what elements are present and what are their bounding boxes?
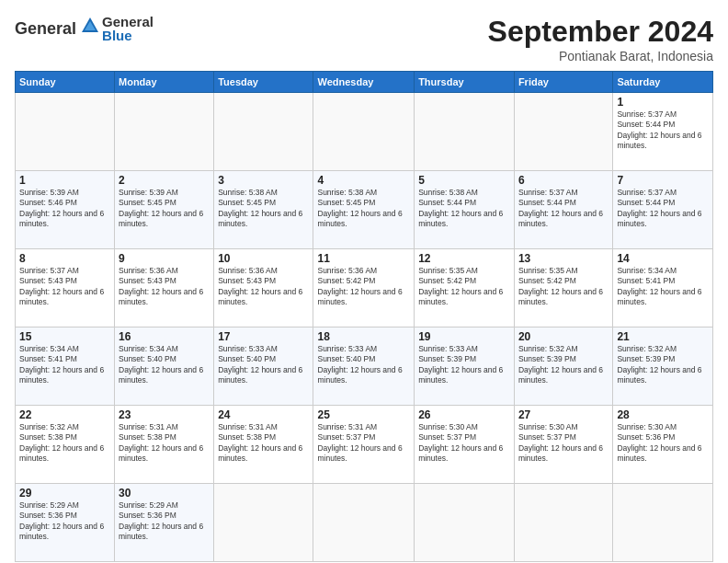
day-number: 11	[317, 252, 410, 265]
day-number: 19	[418, 330, 510, 343]
day-number: 14	[617, 252, 709, 265]
day-number: 13	[518, 252, 609, 265]
day-info: Sunrise: 5:35 AM Sunset: 5:42 PM Dayligh…	[518, 266, 609, 308]
weekday-tuesday: Tuesday	[214, 72, 313, 93]
weekday-monday: Monday	[115, 72, 214, 93]
logo: General General Blue	[15, 15, 154, 42]
day-number: 9	[119, 252, 210, 265]
day-info: Sunrise: 5:34 AM Sunset: 5:40 PM Dayligh…	[119, 344, 210, 386]
location-subtitle: Pontianak Barat, Indonesia	[488, 49, 713, 63]
calendar-cell	[613, 484, 713, 562]
week-row-4: 15 Sunrise: 5:34 AM Sunset: 5:41 PM Dayl…	[16, 327, 713, 406]
day-number: 30	[119, 487, 210, 500]
calendar-cell: 23 Sunrise: 5:31 AM Sunset: 5:38 PM Dayl…	[115, 406, 214, 484]
weekday-wednesday: Wednesday	[313, 72, 415, 93]
calendar-cell	[214, 484, 313, 562]
day-number: 26	[418, 408, 510, 421]
calendar-cell: 22 Sunrise: 5:32 AM Sunset: 5:38 PM Dayl…	[16, 406, 115, 484]
calendar-cell: 16 Sunrise: 5:34 AM Sunset: 5:40 PM Dayl…	[115, 327, 214, 406]
day-number: 28	[617, 408, 709, 421]
calendar-cell: 17 Sunrise: 5:33 AM Sunset: 5:40 PM Dayl…	[214, 327, 313, 406]
week-row-2: 1 Sunrise: 5:39 AM Sunset: 5:46 PM Dayli…	[16, 171, 713, 249]
day-info: Sunrise: 5:37 AM Sunset: 5:44 PM Dayligh…	[518, 188, 609, 230]
calendar-cell: 1 Sunrise: 5:37 AM Sunset: 5:44 PM Dayli…	[613, 93, 713, 171]
calendar-cell: 1 Sunrise: 5:39 AM Sunset: 5:46 PM Dayli…	[16, 171, 115, 249]
calendar-cell	[415, 93, 515, 171]
day-info: Sunrise: 5:37 AM Sunset: 5:43 PM Dayligh…	[19, 266, 110, 308]
logo-icon	[80, 16, 100, 41]
day-info: Sunrise: 5:38 AM Sunset: 5:44 PM Dayligh…	[418, 188, 510, 230]
calendar-cell	[16, 93, 115, 171]
calendar-page: General General Blue September 2024 Pont…	[0, 0, 728, 563]
calendar-cell	[514, 93, 612, 171]
calendar-table: SundayMondayTuesdayWednesdayThursdayFrid…	[15, 71, 713, 562]
day-number: 8	[19, 252, 110, 265]
day-number: 12	[418, 252, 510, 265]
page-header: General General Blue September 2024 Pont…	[15, 15, 713, 63]
day-info: Sunrise: 5:37 AM Sunset: 5:44 PM Dayligh…	[617, 109, 709, 152]
day-info: Sunrise: 5:30 AM Sunset: 5:36 PM Dayligh…	[617, 422, 709, 465]
calendar-cell: 27 Sunrise: 5:30 AM Sunset: 5:37 PM Dayl…	[514, 406, 612, 484]
calendar-cell: 7 Sunrise: 5:37 AM Sunset: 5:44 PM Dayli…	[613, 171, 713, 249]
day-info: Sunrise: 5:36 AM Sunset: 5:43 PM Dayligh…	[119, 266, 210, 308]
day-info: Sunrise: 5:38 AM Sunset: 5:45 PM Dayligh…	[218, 188, 309, 230]
day-number: 1	[19, 174, 110, 187]
calendar-cell: 6 Sunrise: 5:37 AM Sunset: 5:44 PM Dayli…	[514, 171, 612, 249]
calendar-cell	[214, 93, 313, 171]
day-info: Sunrise: 5:32 AM Sunset: 5:39 PM Dayligh…	[617, 344, 709, 386]
day-number: 24	[218, 408, 309, 421]
week-row-3: 8 Sunrise: 5:37 AM Sunset: 5:43 PM Dayli…	[16, 249, 713, 327]
calendar-cell: 20 Sunrise: 5:32 AM Sunset: 5:39 PM Dayl…	[514, 327, 612, 406]
calendar-cell: 9 Sunrise: 5:36 AM Sunset: 5:43 PM Dayli…	[115, 249, 214, 327]
calendar-cell: 18 Sunrise: 5:33 AM Sunset: 5:40 PM Dayl…	[313, 327, 415, 406]
calendar-cell	[115, 93, 214, 171]
weekday-friday: Friday	[514, 72, 612, 93]
day-info: Sunrise: 5:34 AM Sunset: 5:41 PM Dayligh…	[19, 344, 110, 386]
day-info: Sunrise: 5:29 AM Sunset: 5:36 PM Dayligh…	[19, 500, 110, 543]
logo-general-text: General	[102, 15, 154, 29]
day-info: Sunrise: 5:33 AM Sunset: 5:39 PM Dayligh…	[418, 344, 510, 386]
day-number: 22	[19, 408, 110, 421]
day-info: Sunrise: 5:33 AM Sunset: 5:40 PM Dayligh…	[317, 344, 410, 386]
weekday-thursday: Thursday	[415, 72, 515, 93]
calendar-cell: 21 Sunrise: 5:32 AM Sunset: 5:39 PM Dayl…	[613, 327, 713, 406]
calendar-cell: 2 Sunrise: 5:39 AM Sunset: 5:45 PM Dayli…	[115, 171, 214, 249]
day-number: 17	[218, 330, 309, 343]
calendar-cell: 29 Sunrise: 5:29 AM Sunset: 5:36 PM Dayl…	[16, 484, 115, 562]
calendar-cell	[313, 93, 415, 171]
day-info: Sunrise: 5:31 AM Sunset: 5:37 PM Dayligh…	[317, 422, 410, 465]
day-number: 5	[418, 174, 510, 187]
calendar-cell	[415, 484, 515, 562]
day-number: 1	[617, 96, 709, 109]
day-info: Sunrise: 5:33 AM Sunset: 5:40 PM Dayligh…	[218, 344, 309, 386]
day-info: Sunrise: 5:37 AM Sunset: 5:44 PM Dayligh…	[617, 188, 709, 230]
week-row-5: 22 Sunrise: 5:32 AM Sunset: 5:38 PM Dayl…	[16, 406, 713, 484]
calendar-cell: 5 Sunrise: 5:38 AM Sunset: 5:44 PM Dayli…	[415, 171, 515, 249]
day-number: 25	[317, 408, 410, 421]
day-info: Sunrise: 5:30 AM Sunset: 5:37 PM Dayligh…	[418, 422, 510, 465]
day-info: Sunrise: 5:32 AM Sunset: 5:39 PM Dayligh…	[518, 344, 609, 386]
calendar-cell: 24 Sunrise: 5:31 AM Sunset: 5:38 PM Dayl…	[214, 406, 313, 484]
day-info: Sunrise: 5:35 AM Sunset: 5:42 PM Dayligh…	[418, 266, 510, 308]
calendar-cell: 3 Sunrise: 5:38 AM Sunset: 5:45 PM Dayli…	[214, 171, 313, 249]
week-row-6: 29 Sunrise: 5:29 AM Sunset: 5:36 PM Dayl…	[16, 484, 713, 562]
calendar-cell: 8 Sunrise: 5:37 AM Sunset: 5:43 PM Dayli…	[16, 249, 115, 327]
day-number: 4	[317, 174, 410, 187]
day-info: Sunrise: 5:29 AM Sunset: 5:36 PM Dayligh…	[119, 500, 210, 543]
day-number: 27	[518, 408, 609, 421]
day-info: Sunrise: 5:34 AM Sunset: 5:41 PM Dayligh…	[617, 266, 709, 308]
day-number: 16	[119, 330, 210, 343]
title-area: September 2024 Pontianak Barat, Indonesi…	[488, 15, 713, 63]
day-number: 2	[119, 174, 210, 187]
day-number: 18	[317, 330, 410, 343]
weekday-header-row: SundayMondayTuesdayWednesdayThursdayFrid…	[16, 72, 713, 93]
calendar-cell: 10 Sunrise: 5:36 AM Sunset: 5:43 PM Dayl…	[214, 249, 313, 327]
day-number: 21	[617, 330, 709, 343]
day-number: 29	[19, 487, 110, 500]
day-info: Sunrise: 5:31 AM Sunset: 5:38 PM Dayligh…	[218, 422, 309, 465]
weekday-sunday: Sunday	[16, 72, 115, 93]
day-info: Sunrise: 5:36 AM Sunset: 5:43 PM Dayligh…	[218, 266, 309, 308]
month-title: September 2024	[488, 15, 713, 49]
day-info: Sunrise: 5:38 AM Sunset: 5:45 PM Dayligh…	[317, 188, 410, 230]
day-info: Sunrise: 5:31 AM Sunset: 5:38 PM Dayligh…	[119, 422, 210, 465]
